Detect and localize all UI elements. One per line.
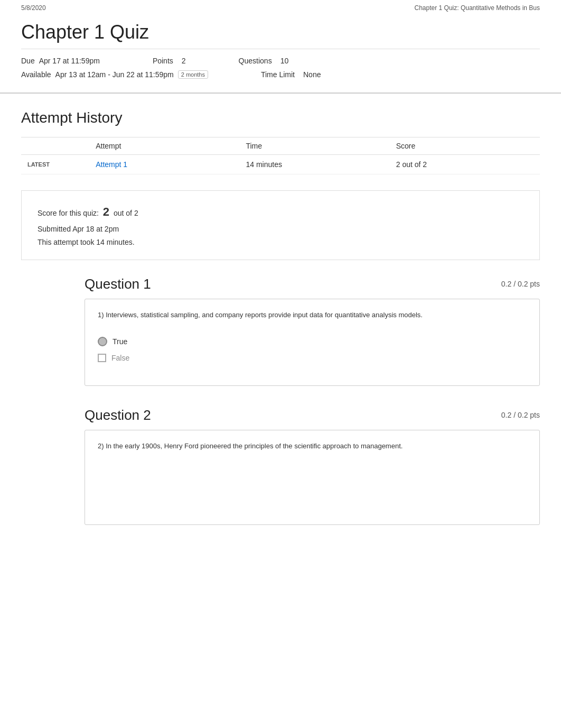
- checkbox-false: [98, 354, 106, 362]
- answer-option-false: False: [98, 354, 527, 362]
- info-row-1: Due Apr 17 at 11:59pm Points 2 Questions…: [21, 57, 540, 65]
- answer-label-false: False: [111, 354, 129, 362]
- page-title-section: Chapter 1 Quiz Due Apr 17 at 11:59pm Poi…: [0, 16, 561, 94]
- available-label: Available: [21, 70, 51, 79]
- attempt-time: 14 minutes: [239, 155, 389, 174]
- score-line: Score for this quiz: 2 out of 2: [38, 201, 523, 223]
- question-2-title: Question 2: [85, 407, 151, 423]
- main-content: Attempt History Attempt Time Score LATES…: [0, 94, 561, 562]
- question-2-box: 2) In the early 1900s, Henry Ford pionee…: [85, 430, 540, 525]
- score-label: Score for this quiz:: [38, 209, 99, 217]
- score-out-of: out of 2: [114, 209, 138, 217]
- due-section: Due Apr 17 at 11:59pm: [21, 57, 100, 65]
- question-1-header: Question 1 0.2 / 0.2 pts: [85, 276, 540, 292]
- question-2-points: 0.2 / 0.2 pts: [501, 411, 540, 419]
- attempt-link[interactable]: Attempt 1: [96, 160, 127, 169]
- points-section: Points 2: [153, 57, 186, 65]
- question-block-1: Question 1 0.2 / 0.2 pts 1) Interviews, …: [85, 276, 540, 386]
- col-header-latest: [21, 137, 89, 155]
- attempt-history-title: Attempt History: [21, 109, 540, 126]
- question-2-text: 2) In the early 1900s, Henry Ford pionee…: [98, 441, 527, 452]
- available-section: Available Apr 13 at 12am - Jun 22 at 11:…: [21, 70, 208, 79]
- date-label: 5/8/2020: [21, 4, 46, 12]
- attempt-score: 2 out of 2: [390, 155, 540, 174]
- time-limit-section: Time Limit None: [261, 70, 321, 79]
- duration-line: This attempt took 14 minutes.: [38, 236, 523, 249]
- due-label: Due: [21, 57, 35, 65]
- col-header-attempt: Attempt: [89, 137, 239, 155]
- question-1-title: Question 1: [85, 276, 151, 292]
- col-header-time: Time: [239, 137, 389, 155]
- time-limit-label: Time Limit: [261, 70, 295, 79]
- info-row-2: Available Apr 13 at 12am - Jun 22 at 11:…: [21, 70, 540, 79]
- question-block-2: Question 2 0.2 / 0.2 pts 2) In the early…: [85, 407, 540, 525]
- questions-label: Questions: [239, 57, 272, 65]
- breadcrumb: Chapter 1 Quiz: Quantitative Methods in …: [415, 4, 540, 12]
- attempt-link-cell: Attempt 1: [89, 155, 239, 174]
- question-1-points: 0.2 / 0.2 pts: [501, 280, 540, 288]
- question-1-box: 1) Interviews, statistical sampling, and…: [85, 299, 540, 386]
- answer-label-true: True: [113, 337, 127, 346]
- attempt-table: Attempt Time Score LATEST Attempt 1 14 m…: [21, 137, 540, 174]
- due-value: Apr 17 at 11:59pm: [39, 57, 100, 65]
- score-summary: Score for this quiz: 2 out of 2 Submitte…: [21, 190, 540, 260]
- top-bar: 5/8/2020 Chapter 1 Quiz: Quantitative Me…: [0, 0, 561, 16]
- page-title: Chapter 1 Quiz: [21, 21, 540, 43]
- question-2-header: Question 2 0.2 / 0.2 pts: [85, 407, 540, 423]
- available-value: Apr 13 at 12am - Jun 22 at 11:59pm: [55, 70, 174, 79]
- points-label: Points: [153, 57, 173, 65]
- quiz-info-grid: Due Apr 17 at 11:59pm Points 2 Questions…: [21, 49, 540, 82]
- question-1-text: 1) Interviews, statistical sampling, and…: [98, 310, 527, 321]
- score-number: 2: [103, 205, 109, 218]
- points-value: 2: [182, 57, 186, 65]
- time-limit-value: None: [303, 70, 321, 79]
- radio-true: [98, 337, 107, 346]
- latest-label: LATEST: [21, 155, 89, 174]
- col-header-score: Score: [390, 137, 540, 155]
- questions-section: Questions 10: [239, 57, 289, 65]
- submitted-line: Submitted Apr 18 at 2pm: [38, 223, 523, 236]
- answer-option-true: True: [98, 337, 527, 346]
- table-row: LATEST Attempt 1 14 minutes 2 out of 2: [21, 155, 540, 174]
- months-badge: 2 months: [178, 70, 208, 79]
- questions-value: 10: [280, 57, 289, 65]
